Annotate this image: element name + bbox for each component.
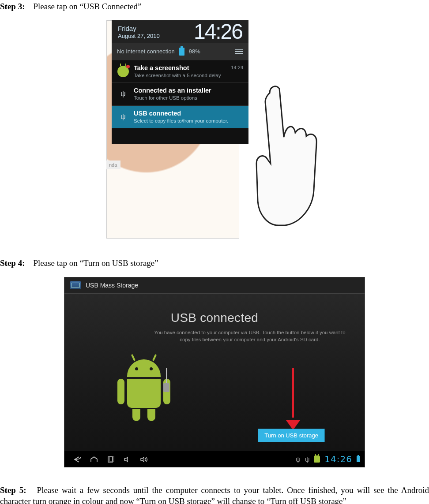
android-bug-icon	[117, 65, 129, 78]
notification-shade: Friday August 27, 2010 14:26 No Internet…	[112, 20, 248, 144]
step-3-text: Please tap on “USB Connected”	[33, 2, 141, 11]
battery-percent: 98%	[189, 48, 200, 55]
step-4-label: Step 4:	[0, 258, 25, 268]
usb-storage-app-icon	[70, 281, 81, 289]
shade-date: Friday August 27, 2010	[118, 25, 160, 40]
system-navigation-bar: ψ ψ 14:26	[64, 451, 365, 467]
usb-connected-heading: USB connected	[64, 311, 365, 325]
screenshot-usb-storage: USB Mass Storage USB connected You have …	[64, 277, 365, 467]
usb-titlebar: USB Mass Storage	[64, 277, 365, 294]
pointing-hand-icon	[243, 75, 327, 234]
shade-header: Friday August 27, 2010 14:26	[112, 20, 248, 43]
notification-screenshot[interactable]: Take a screenshot Take screenshot with a…	[112, 60, 248, 83]
android-robot-graphic	[117, 359, 170, 421]
usb-icon: ψ	[117, 111, 129, 123]
home-button[interactable]	[86, 455, 102, 463]
volume-up-button[interactable]	[136, 455, 153, 463]
usb-main-area: USB connected You have connected to your…	[64, 293, 365, 451]
android-status-icon	[314, 455, 320, 463]
system-clock: 14:26	[324, 454, 352, 464]
shade-full-date: August 27, 2010	[118, 33, 160, 40]
back-button[interactable]	[69, 455, 86, 463]
step-5-line: Step 5: Please wait a few seconds until …	[0, 485, 429, 504]
notif-subtitle: Select to copy files to/from your comput…	[134, 118, 228, 124]
turn-on-usb-storage-button[interactable]: Turn on USB storage	[258, 429, 325, 442]
shade-day: Friday	[118, 25, 160, 33]
figure-step4: USB Mass Storage USB connected You have …	[0, 277, 429, 467]
volume-down-button[interactable]	[119, 455, 136, 463]
step-4-line: Step 4: Please tap on “Turn on USB stora…	[0, 258, 429, 268]
usb-titlebar-text: USB Mass Storage	[86, 282, 138, 289]
notif-title: USB connected	[134, 110, 228, 117]
notif-title: Connected as an installer	[134, 87, 211, 94]
notif-title: Take a screenshot	[134, 65, 221, 72]
step-3-line: Step 3: Please tap on “USB Connected”	[0, 2, 429, 11]
screenshot-notification-shade: nda Friday August 27, 2010 14:26 No Inte…	[106, 20, 323, 239]
notification-installer[interactable]: ψ Connected as an installer Touch for ot…	[112, 83, 248, 106]
step-4-text: Please tap on “Turn on USB storage”	[33, 258, 158, 268]
shade-big-clock: 14:26	[194, 19, 242, 44]
red-arrow-annotation	[286, 368, 299, 430]
step-5-label: Step 5:	[0, 485, 26, 495]
shade-status-row[interactable]: No Internet connection 98%	[112, 43, 248, 60]
notification-usb-connected[interactable]: ψ USB connected Select to copy files to/…	[112, 106, 248, 129]
step-3-label: Step 3:	[0, 2, 25, 11]
no-internet-label: No Internet connection	[117, 48, 175, 55]
usb-status-icon: ψ	[296, 455, 301, 463]
shade-footer	[112, 128, 248, 144]
background-partial-text: nda	[106, 161, 120, 169]
settings-sliders-icon[interactable]	[235, 49, 243, 55]
usb-icon: ψ	[117, 88, 129, 100]
recent-apps-button[interactable]	[102, 455, 119, 463]
notif-time: 14:24	[231, 65, 243, 70]
usb-cable-icon	[160, 368, 173, 393]
system-status-area[interactable]: ψ ψ 14:26	[296, 454, 360, 464]
figure-step3: nda Friday August 27, 2010 14:26 No Inte…	[0, 20, 429, 241]
battery-icon	[179, 48, 184, 56]
battery-status-icon	[357, 456, 360, 462]
step-5-text: Please wait a few seconds until the comp…	[0, 485, 429, 504]
notif-subtitle: Touch for other USB options	[134, 95, 211, 101]
usb-status-icon: ψ	[305, 455, 310, 463]
notif-subtitle: Take screenshot with a 5 second delay	[134, 73, 221, 78]
usb-connected-description: You have connected to your computer via …	[153, 329, 347, 343]
